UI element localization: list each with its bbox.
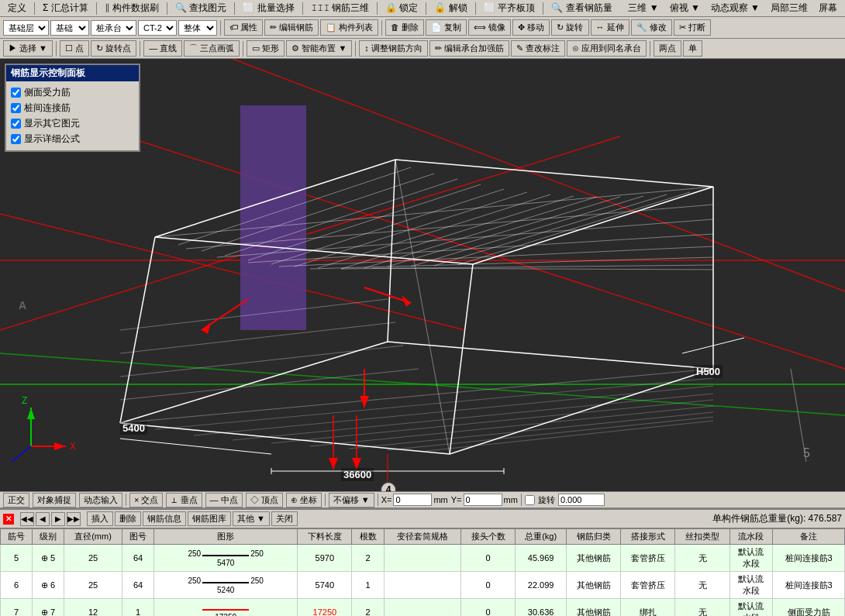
vertex-button[interactable]: ◇ 顶点 xyxy=(246,493,283,508)
rotate-button[interactable]: ↻ 旋转 xyxy=(551,19,588,36)
status-sep-1 xyxy=(126,494,126,506)
dim-36600-label: 36600 xyxy=(341,468,374,481)
cell-shape-num: 64 xyxy=(122,572,154,599)
component-list-button[interactable]: 📋 构件列表 xyxy=(320,19,378,36)
menu-local-3d[interactable]: 局部三维 xyxy=(766,0,812,16)
check-pile-connect[interactable]: 桩间连接筋 xyxy=(11,102,134,115)
y-label: Y= xyxy=(451,495,462,504)
layer-dropdown[interactable]: 基础层 xyxy=(3,20,49,36)
nav-first-button[interactable]: ◀◀ xyxy=(20,512,34,526)
menu-batch[interactable]: ⬜ 批量选择 xyxy=(238,0,298,16)
modify-button[interactable]: 🔧 修改 xyxy=(631,19,672,36)
arc-button[interactable]: ⌒ 三点画弧 xyxy=(184,40,240,57)
properties-button[interactable]: 🏷 属性 xyxy=(224,19,263,36)
move-button[interactable]: ✥ 移动 xyxy=(512,19,550,36)
cell-splice: 套管挤压 xyxy=(621,545,675,572)
table-row[interactable]: 5 ⊕ 5 25 64 2502505470 5970 2 0 45.969 其… xyxy=(1,545,845,572)
cell-shape: 2502505240 xyxy=(154,572,298,599)
two-point-button[interactable]: 两点 xyxy=(654,40,681,57)
table-row[interactable]: 7 ⊕ 7 12 1 17250 17250 2 0 30.636 其他钢筋 绑… xyxy=(1,599,845,617)
view-dropdown[interactable]: 整体 xyxy=(178,20,217,36)
component-type-dropdown[interactable]: 桩承台 xyxy=(91,20,136,36)
menu-refresh[interactable]: ∥ 构件数据刷 xyxy=(100,0,164,16)
rotate-point-button[interactable]: ↻ 旋转点 xyxy=(91,40,136,57)
viewport: Z X 钢筋显示控制面板 侧面受力筋 桩间连接筋 显示其它图元 显示详细公式 xyxy=(0,59,845,491)
apply-same-button[interactable]: ⊙ 应用到同名承台 xyxy=(567,40,647,57)
rotate-value-input[interactable] xyxy=(558,494,605,506)
x-value-input[interactable] xyxy=(393,494,432,506)
dynamic-input-button[interactable]: 动态输入 xyxy=(79,493,122,508)
check-mark-button[interactable]: ✎ 查改标注 xyxy=(511,40,565,57)
rebar-lib-button[interactable]: 钢筋图库 xyxy=(188,511,231,526)
menu-rebar3d[interactable]: 𝙸𝙸𝙸 钢筋三维 xyxy=(306,0,374,16)
cell-dia: 12 xyxy=(64,599,122,617)
check-show-formula-input[interactable] xyxy=(11,134,21,144)
break-button[interactable]: ✂ 打断 xyxy=(674,19,711,36)
copy-button[interactable]: 📄 复制 xyxy=(426,19,467,36)
select-button[interactable]: ▶ 选择 ▼ xyxy=(3,40,53,57)
mirror-button[interactable]: ⟺ 镜像 xyxy=(468,19,511,36)
check-show-formula[interactable]: 显示详细公式 xyxy=(11,132,134,146)
nav-prev-button[interactable]: ◀ xyxy=(36,512,50,526)
menu-lock[interactable]: 🔒 锁定 xyxy=(381,0,422,16)
check-show-other[interactable]: 显示其它图元 xyxy=(11,117,134,130)
adjust-dir-button[interactable]: ↕ 调整钢筋方向 xyxy=(359,40,428,57)
type-dropdown[interactable]: 基础 xyxy=(50,20,89,36)
check-side-rebar[interactable]: 侧面受力筋 xyxy=(11,86,134,99)
menu-sum[interactable]: Σ 汇总计算 xyxy=(38,0,93,16)
rotate-checkbox[interactable] xyxy=(525,495,535,505)
menu-unlock[interactable]: 🔓 解锁 xyxy=(429,0,471,16)
menu-find[interactable]: 🔍 查找图元 xyxy=(171,0,231,16)
line-button[interactable]: — 直线 xyxy=(143,40,182,57)
check-show-other-input[interactable] xyxy=(11,119,21,129)
menu-sep-6 xyxy=(377,2,378,15)
nav-next-button[interactable]: ▶ xyxy=(51,512,65,526)
menu-bar: 定义 Σ 汇总计算 ∥ 构件数据刷 🔍 查找图元 ⬜ 批量选择 𝙸𝙸𝙸 钢筋三维… xyxy=(0,0,845,17)
menu-sep-2 xyxy=(96,2,97,15)
check-pile-connect-input[interactable] xyxy=(11,103,21,113)
svg-text:X: X xyxy=(70,441,76,452)
cell-id: 5 xyxy=(1,545,33,572)
extend-button[interactable]: ↔ 延伸 xyxy=(591,19,629,36)
others-button[interactable]: 其他 ▼ xyxy=(233,511,270,526)
col-header-joints: 接头个数 xyxy=(460,529,515,545)
table-row[interactable]: 6 ⊕ 6 25 64 2502505240 5740 1 0 22.099 其… xyxy=(1,572,845,599)
component-id-dropdown[interactable]: CT-2 xyxy=(138,20,177,36)
y-value-input[interactable] xyxy=(464,494,502,506)
menu-view-rebar[interactable]: 🔍 查看钢筋量 xyxy=(547,0,616,16)
cell-weight: 30.636 xyxy=(516,599,567,617)
cell-flow: 默认流水段 xyxy=(729,599,773,617)
edit-rebar-button[interactable]: ✏ 编辑钢筋 xyxy=(264,19,319,36)
cell-joints: 0 xyxy=(460,572,515,599)
menu-define[interactable]: 定义 xyxy=(3,0,31,16)
ortho-button[interactable]: 正交 xyxy=(3,493,29,508)
insert-button[interactable]: 插入 xyxy=(87,511,113,526)
close-button[interactable]: 关闭 xyxy=(271,511,298,526)
point-button[interactable]: ☐ 点 xyxy=(60,40,89,57)
no-offset-button[interactable]: 不偏移 ▼ xyxy=(329,493,374,508)
single-button[interactable]: 单 xyxy=(683,40,702,57)
rebar-control-panel: 钢筋显示控制面板 侧面受力筋 桩间连接筋 显示其它图元 显示详细公式 xyxy=(5,64,140,152)
midpoint-button[interactable]: — 中点 xyxy=(205,493,243,508)
intersect-button[interactable]: × 交点 xyxy=(129,493,163,508)
close-x-button[interactable]: ✕ xyxy=(3,514,14,525)
del-button[interactable]: 删除 xyxy=(115,511,141,526)
menu-top-view[interactable]: 俯视 ▼ xyxy=(665,0,705,16)
menu-3d[interactable]: 三维 ▼ xyxy=(623,0,663,16)
menu-align[interactable]: ⬜ 平齐板顶 xyxy=(479,0,540,16)
menu-dynamic[interactable]: 动态观察 ▼ xyxy=(706,0,764,16)
coord-button[interactable]: ⊕ 坐标 xyxy=(286,493,322,508)
perp-button[interactable]: ⊥ 垂点 xyxy=(166,493,202,508)
cell-dia: 25 xyxy=(64,572,122,599)
edit-cap-button[interactable]: ✏ 编辑承台加强筋 xyxy=(429,40,509,57)
nav-last-button[interactable]: ▶▶ xyxy=(67,512,81,526)
menu-sep-1 xyxy=(34,2,35,15)
rebar-info-button[interactable]: 钢筋信息 xyxy=(143,511,186,526)
rect-button[interactable]: ▭ 矩形 xyxy=(247,40,285,57)
object-snap-button[interactable]: 对象捕捉 xyxy=(33,493,76,508)
smart-layout-button[interactable]: ⚙ 智能布置 ▼ xyxy=(286,40,352,57)
menu-screen[interactable]: 屏幕 xyxy=(814,0,842,16)
check-side-rebar-input[interactable] xyxy=(11,88,21,98)
delete-button[interactable]: 🗑 删除 xyxy=(385,19,424,36)
tb2-sep-1 xyxy=(56,41,57,57)
